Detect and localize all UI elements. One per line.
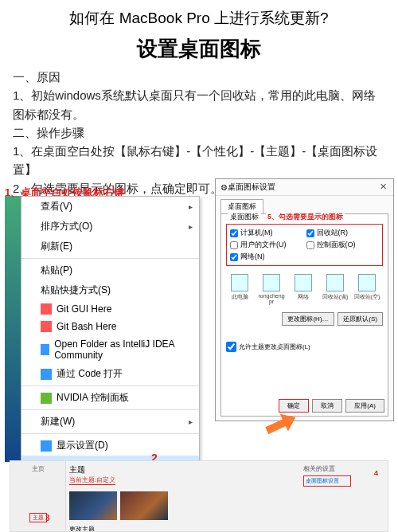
checkbox[interactable] — [230, 229, 238, 237]
dialog-body: 桌面图标 5、勾选需要显示的图标 计算机(M)回收站(R)用户的文件(U)控制面… — [220, 213, 388, 417]
checkbox-label: 回收站(R) — [317, 228, 349, 238]
allow-theme-checkbox[interactable]: 允许主题更改桌面图标(L) — [226, 342, 383, 352]
context-menu-label: Git Bash Here — [57, 321, 116, 332]
group-label: 桌面图标 — [228, 212, 261, 222]
close-icon[interactable]: ✕ — [377, 182, 388, 193]
allow-theme-label: 允许主题更改桌面图标(L) — [239, 342, 310, 351]
settings-main: 主题 当前主题:自定义 更改主题 在 Microsoft Store 中获取更多… — [66, 461, 300, 531]
theme-preview-2[interactable] — [120, 491, 168, 520]
change-theme-label: 更改主题 — [69, 525, 297, 532]
theme-previews — [69, 491, 297, 520]
context-menu-item[interactable]: 显示设置(D) — [21, 436, 199, 456]
display-icon — [41, 440, 52, 452]
gear-icon: ⚙ — [220, 183, 228, 192]
checkbox-label: 网络(N) — [240, 252, 265, 262]
checkbox-item[interactable]: 用户的文件(U) — [230, 240, 303, 250]
settings-home: 主页 — [12, 464, 64, 473]
context-menu-label: 刷新(E) — [41, 240, 72, 253]
ok-button[interactable]: 确定 — [279, 399, 309, 413]
context-menu-label: Git GUI Here — [57, 303, 111, 315]
folder-icon — [263, 274, 280, 291]
line-2: 1、初始windows系统默认桌面只有一个回收站，常用的此电脑、网络图标都没有。 — [13, 86, 385, 123]
checkbox-item[interactable]: 回收站(R) — [306, 228, 380, 238]
folder-icon — [358, 274, 376, 291]
separator — [21, 258, 199, 259]
checkbox-item[interactable]: 计算机(M) — [230, 228, 303, 238]
icon-preview[interactable]: 此电脑 — [226, 274, 253, 304]
context-menu-label: 通过 Code 打开 — [57, 367, 123, 381]
checkbox-item[interactable]: 网络(N) — [230, 252, 303, 262]
line-1: 一、原因 — [13, 68, 385, 86]
context-menu-item[interactable]: NVIDIA 控制面板 — [21, 388, 199, 408]
dialog-title: 桌面图标设置 — [228, 182, 377, 193]
icon-preview[interactable]: rongcheng pr — [258, 274, 285, 304]
vscode-icon — [41, 369, 52, 380]
context-menu-item[interactable]: 粘贴快捷方式(S) — [21, 280, 199, 300]
context-menu-item[interactable]: 查看(V) — [21, 197, 199, 217]
context-menu-item[interactable]: 粘贴(P) — [21, 260, 199, 280]
checkbox[interactable] — [306, 229, 314, 237]
settings-theme-item[interactable]: 主题 — [29, 513, 47, 522]
icon-preview[interactable]: 网络 — [290, 274, 317, 304]
checkbox-label: 控制面板(O) — [317, 240, 356, 250]
context-menu-item[interactable]: 通过 Code 打开 — [21, 364, 199, 384]
checkbox-grid: 计算机(M)回收站(R)用户的文件(U)控制面板(O)网络(N) — [226, 224, 383, 266]
current-theme-label: 当前主题:自定义 — [69, 475, 115, 485]
context-menu-item[interactable]: 排序方式(O) — [21, 217, 199, 237]
page-title-main: 设置桌面图标 — [0, 33, 398, 68]
icon-label: 回收站(满) — [322, 293, 349, 301]
git-icon — [41, 321, 52, 332]
context-menu-label: 查看(V) — [41, 200, 72, 213]
context-menu-label: 新建(W) — [41, 415, 75, 428]
checkbox[interactable] — [230, 241, 238, 249]
checkbox-label: 计算机(M) — [240, 228, 273, 238]
context-menu-item[interactable]: 刷新(E) — [21, 237, 199, 256]
apply-button[interactable]: 应用(A) — [345, 399, 384, 413]
related-settings-heading: 相关的设置 — [303, 464, 384, 473]
desktop-wallpaper — [5, 196, 21, 462]
context-menu-label: 粘贴(P) — [41, 264, 72, 277]
desktop-context-menu: 查看(V)排序方式(O)刷新(E)粘贴(P)粘贴快捷方式(S)Git GUI H… — [21, 196, 200, 476]
change-icon-button[interactable]: 更改图标(H)… — [282, 312, 334, 326]
context-menu-item[interactable]: 新建(W) — [21, 412, 199, 432]
context-menu-label: Open Folder as IntelliJ IDEA Community — [54, 338, 191, 361]
icon-label: 网络 — [290, 293, 317, 301]
annotation-5: 5、勾选需要显示的图标 — [266, 212, 345, 222]
nvidia-icon — [41, 393, 52, 404]
context-menu-label: NVIDIA 控制面板 — [57, 391, 129, 405]
checkbox-item[interactable]: 控制面板(O) — [306, 240, 380, 250]
checkbox[interactable] — [306, 241, 314, 249]
checkbox[interactable] — [230, 253, 238, 261]
idea-icon — [41, 344, 49, 355]
icon-preview[interactable]: 回收站(空) — [353, 274, 380, 304]
folder-icon — [231, 274, 248, 291]
separator — [21, 385, 199, 386]
git-icon — [41, 303, 52, 315]
annotation-3: 3 — [45, 514, 50, 522]
settings-sidebar: 主页 主题 — [10, 461, 66, 531]
icon-preview-row: 此电脑rongcheng pr网络回收站(满)回收站(空) — [226, 274, 383, 304]
folder-icon — [326, 274, 344, 291]
icon-preview[interactable]: 回收站(满) — [322, 274, 349, 304]
folder-icon — [295, 274, 312, 291]
cancel-button[interactable]: 取消 — [312, 399, 342, 413]
allow-theme-check[interactable] — [226, 342, 236, 352]
separator — [21, 409, 199, 410]
context-menu-item[interactable]: Git Bash Here — [21, 318, 199, 335]
line-3: 二、操作步骤 — [13, 123, 385, 142]
context-menu-item[interactable]: Open Folder as IntelliJ IDEA Community — [21, 335, 199, 364]
theme-preview-1[interactable] — [69, 491, 117, 520]
context-menu-item[interactable]: Git GUI Here — [21, 300, 199, 318]
desktop-icon-settings-dialog: ⚙ 桌面图标设置 ✕ 桌面图标 桌面图标 5、勾选需要显示的图标 计算机(M)回… — [215, 178, 394, 421]
icon-label: 回收站(空) — [353, 293, 380, 301]
restore-default-button[interactable]: 还原默认(S) — [338, 312, 383, 326]
separator — [21, 433, 199, 434]
desktop-icon-settings-link[interactable]: 桌面图标设置 — [303, 475, 351, 487]
context-menu-label: 粘贴快捷方式(S) — [41, 284, 111, 297]
line-4: 1、在桌面空白处按【鼠标右键】-【个性化】-【主题】-【桌面图标设置】 — [13, 142, 385, 179]
settings-right: 相关的设置 桌面图标设置 4 — [300, 461, 388, 531]
context-menu-label: 排序方式(O) — [41, 220, 92, 233]
icon-label: rongcheng pr — [258, 293, 285, 304]
checkbox-label: 用户的文件(U) — [240, 240, 287, 250]
page-title-question: 如何在 MacBook Pro 上进行系统更新? — [0, 0, 398, 33]
